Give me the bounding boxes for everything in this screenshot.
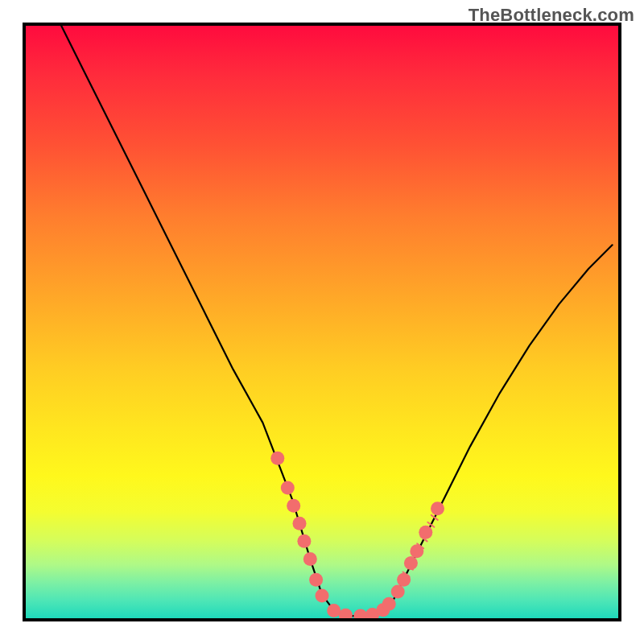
chart-stage: TheBottleneck.com xyxy=(0,0,644,644)
marker-dot xyxy=(303,552,317,566)
marker-dot xyxy=(410,544,423,558)
marker-dot xyxy=(404,556,418,570)
marker-dot xyxy=(309,573,323,587)
marker-dot xyxy=(316,589,329,603)
marker-dot xyxy=(339,609,353,618)
marker-dot xyxy=(281,481,295,495)
marker-dot xyxy=(297,535,311,548)
watermark-text: TheBottleneck.com xyxy=(469,5,634,26)
highlighted-marker-group xyxy=(270,452,444,618)
marker-dot xyxy=(270,452,284,465)
curve-line xyxy=(61,26,612,616)
marker-dot xyxy=(382,597,396,611)
marker-dot xyxy=(419,526,432,539)
marker-dot xyxy=(287,499,300,513)
marker-dot xyxy=(397,573,411,587)
plot-frame xyxy=(23,23,621,621)
chart-overlay xyxy=(26,26,618,618)
marker-dot xyxy=(431,502,444,515)
marker-dot xyxy=(391,584,405,598)
marker-dot xyxy=(327,604,341,617)
marker-dot xyxy=(353,609,367,618)
marker-dot xyxy=(293,517,307,530)
